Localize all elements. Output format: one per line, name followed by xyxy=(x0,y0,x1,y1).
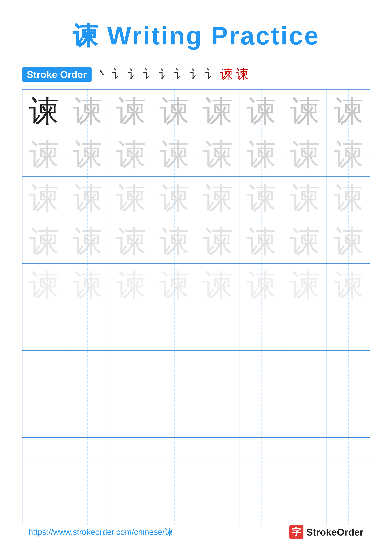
cell-character: 谏 xyxy=(29,183,59,213)
stroke-step-2: 讠 xyxy=(127,66,140,83)
grid-cell-1-1[interactable]: 谏 xyxy=(66,133,109,176)
grid-cell-1-5[interactable]: 谏 xyxy=(240,133,283,176)
grid-cell-3-4[interactable]: 谏 xyxy=(196,220,240,263)
grid-row-3: 谏谏谏谏谏谏谏谏 xyxy=(22,220,370,263)
cell-character: 谏 xyxy=(246,96,276,126)
grid-cell-6-1[interactable] xyxy=(66,351,109,394)
stroke-step-9: 谏 xyxy=(236,66,249,83)
grid-cell-1-6[interactable]: 谏 xyxy=(283,133,327,176)
grid-cell-9-1[interactable] xyxy=(66,481,109,525)
grid-cell-8-5[interactable] xyxy=(240,438,283,481)
grid-cell-6-6[interactable] xyxy=(283,351,327,394)
grid-cell-9-2[interactable] xyxy=(109,481,153,525)
cell-character: 谏 xyxy=(334,140,363,170)
grid-cell-2-6[interactable]: 谏 xyxy=(283,176,327,220)
grid-cell-9-7[interactable] xyxy=(327,481,370,525)
grid-cell-1-3[interactable]: 谏 xyxy=(153,133,196,176)
grid-cell-1-2[interactable]: 谏 xyxy=(109,133,153,176)
grid-cell-8-3[interactable] xyxy=(153,438,196,481)
cell-character: 谏 xyxy=(246,183,276,213)
grid-cell-0-6[interactable]: 谏 xyxy=(283,89,327,133)
grid-cell-4-3[interactable]: 谏 xyxy=(153,263,196,307)
grid-cell-8-1[interactable] xyxy=(66,438,109,481)
cell-character: 谏 xyxy=(116,96,146,126)
grid-cell-1-7[interactable]: 谏 xyxy=(327,133,370,176)
grid-cell-9-4[interactable] xyxy=(196,481,240,525)
grid-cell-4-5[interactable]: 谏 xyxy=(240,263,283,307)
grid-cell-8-2[interactable] xyxy=(109,438,153,481)
grid-cell-2-1[interactable]: 谏 xyxy=(66,176,109,220)
cell-character: 谏 xyxy=(72,140,102,170)
grid-cell-3-7[interactable]: 谏 xyxy=(327,220,370,263)
grid-cell-0-5[interactable]: 谏 xyxy=(240,89,283,133)
grid-cell-9-5[interactable] xyxy=(240,481,283,525)
grid-cell-7-5[interactable] xyxy=(240,394,283,438)
grid-cell-7-3[interactable] xyxy=(153,394,196,438)
grid-cell-3-0[interactable]: 谏 xyxy=(22,220,66,263)
grid-cell-6-2[interactable] xyxy=(109,351,153,394)
grid-cell-3-5[interactable]: 谏 xyxy=(240,220,283,263)
grid-cell-6-3[interactable] xyxy=(153,351,196,394)
grid-cell-3-2[interactable]: 谏 xyxy=(109,220,153,263)
grid-cell-9-3[interactable] xyxy=(153,481,196,525)
grid-cell-9-0[interactable] xyxy=(22,481,66,525)
grid-cell-1-4[interactable]: 谏 xyxy=(196,133,240,176)
grid-cell-8-6[interactable] xyxy=(283,438,327,481)
grid-cell-8-7[interactable] xyxy=(327,438,370,481)
grid-cell-0-0[interactable]: 谏 xyxy=(22,89,66,133)
grid-cell-2-2[interactable]: 谏 xyxy=(109,176,153,220)
grid-cell-4-2[interactable]: 谏 xyxy=(109,263,153,307)
grid-cell-2-0[interactable]: 谏 xyxy=(22,176,66,220)
grid-cell-8-4[interactable] xyxy=(196,438,240,481)
grid-cell-1-0[interactable]: 谏 xyxy=(22,133,66,176)
grid-cell-3-3[interactable]: 谏 xyxy=(153,220,196,263)
grid-cell-2-3[interactable]: 谏 xyxy=(153,176,196,220)
grid-cell-3-6[interactable]: 谏 xyxy=(283,220,327,263)
grid-cell-2-7[interactable]: 谏 xyxy=(327,176,370,220)
grid-cell-0-1[interactable]: 谏 xyxy=(66,89,109,133)
grid-row-1: 谏谏谏谏谏谏谏谏 xyxy=(22,133,370,176)
stroke-order-row: Stroke Order 丶讠讠讠讠讠讠讠谏谏 xyxy=(22,66,370,83)
grid-cell-6-5[interactable] xyxy=(240,351,283,394)
grid-cell-7-4[interactable] xyxy=(196,394,240,438)
grid-cell-7-2[interactable] xyxy=(109,394,153,438)
grid-cell-5-1[interactable] xyxy=(66,307,109,351)
cell-character: 谏 xyxy=(159,140,189,170)
grid-cell-7-0[interactable] xyxy=(22,394,66,438)
grid-cell-0-7[interactable]: 谏 xyxy=(327,89,370,133)
grid-cell-5-2[interactable] xyxy=(109,307,153,351)
cell-character: 谏 xyxy=(116,140,146,170)
cell-character: 谏 xyxy=(334,96,363,126)
grid-cell-5-3[interactable] xyxy=(153,307,196,351)
footer: https://www.strokeorder.com/chinese/谏 字 … xyxy=(0,525,392,539)
grid-cell-5-0[interactable] xyxy=(22,307,66,351)
grid-cell-5-5[interactable] xyxy=(240,307,283,351)
grid-cell-7-1[interactable] xyxy=(66,394,109,438)
grid-cell-4-1[interactable]: 谏 xyxy=(66,263,109,307)
grid-cell-4-7[interactable]: 谏 xyxy=(327,263,370,307)
grid-cell-5-4[interactable] xyxy=(196,307,240,351)
grid-cell-0-2[interactable]: 谏 xyxy=(109,89,153,133)
grid-cell-2-5[interactable]: 谏 xyxy=(240,176,283,220)
grid-cell-6-0[interactable] xyxy=(22,351,66,394)
grid-cell-0-3[interactable]: 谏 xyxy=(153,89,196,133)
grid-cell-8-0[interactable] xyxy=(22,438,66,481)
grid-cell-5-7[interactable] xyxy=(327,307,370,351)
grid-cell-2-4[interactable]: 谏 xyxy=(196,176,240,220)
cell-character: 谏 xyxy=(203,183,233,213)
cell-character: 谏 xyxy=(159,183,189,213)
grid-cell-5-6[interactable] xyxy=(283,307,327,351)
cell-character: 谏 xyxy=(290,183,320,213)
grid-cell-4-0[interactable]: 谏 xyxy=(22,263,66,307)
grid-cell-3-1[interactable]: 谏 xyxy=(66,220,109,263)
grid-cell-0-4[interactable]: 谏 xyxy=(196,89,240,133)
grid-cell-9-6[interactable] xyxy=(283,481,327,525)
grid-cell-4-4[interactable]: 谏 xyxy=(196,263,240,307)
cell-character: 谏 xyxy=(116,183,146,213)
grid-cell-4-6[interactable]: 谏 xyxy=(283,263,327,307)
grid-cell-7-7[interactable] xyxy=(327,394,370,438)
grid-cell-7-6[interactable] xyxy=(283,394,327,438)
grid-row-4: 谏谏谏谏谏谏谏谏 xyxy=(22,263,370,307)
grid-cell-6-7[interactable] xyxy=(327,351,370,394)
grid-cell-6-4[interactable] xyxy=(196,351,240,394)
